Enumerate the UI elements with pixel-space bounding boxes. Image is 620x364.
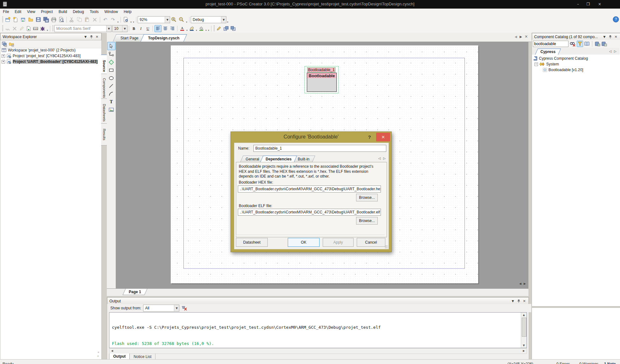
wire-label-icon[interactable] [4, 25, 11, 32]
font-name-combo[interactable]: Microsoft Sans Serif ▼ [54, 25, 112, 32]
format-painter-icon[interactable] [216, 25, 222, 32]
menu-build[interactable]: Build [56, 9, 70, 15]
align-center-icon[interactable] [162, 25, 169, 32]
status-errors[interactable]: 0 Errors [556, 362, 570, 364]
line-color-icon[interactable] [189, 25, 195, 32]
minimize-button[interactable]: – [574, 1, 582, 7]
collapse-folders-icon[interactable] [9, 41, 14, 47]
status-warnings[interactable]: 0 Warnings [579, 362, 598, 364]
ok-button[interactable]: OK [288, 238, 320, 247]
scroll-down-icon[interactable]: ▼ [521, 343, 527, 348]
pin-icon[interactable] [608, 35, 612, 39]
status-notes[interactable]: 1 Note [604, 362, 616, 364]
menu-debug[interactable]: Debug [70, 9, 87, 15]
debug-config-combo[interactable]: Debug ▼ [191, 16, 226, 23]
tab-scroll-left-icon[interactable]: ◁ [378, 157, 381, 160]
tab-scroll-right-icon[interactable]: ▷ [383, 157, 386, 160]
new-file-icon[interactable] [12, 16, 19, 23]
copy-icon[interactable] [76, 16, 83, 23]
toolbar-overflow-icon[interactable]: ▾ [227, 21, 228, 24]
component-body[interactable] [307, 78, 337, 92]
tab-datasheets[interactable]: Datasheets [101, 98, 107, 127]
tab-scroll-left-icon[interactable]: ◀ [515, 35, 517, 38]
menu-view[interactable]: View [24, 9, 38, 15]
tab-components[interactable]: Components [101, 74, 107, 102]
menu-project[interactable]: Project [38, 9, 56, 15]
output-filter-combo[interactable]: All ▼ [143, 305, 179, 312]
tree-item-bootloadable[interactable]: Bootloadable [v1.20] [532, 67, 620, 73]
open-book-icon[interactable] [584, 41, 590, 46]
tab-scroll-left-icon[interactable]: ◁ [609, 50, 612, 53]
chevron-down-icon[interactable]: ▼ [122, 25, 127, 32]
expand-all-icon[interactable] [595, 41, 600, 46]
component-catalog-titlebar[interactable]: Component Catalog (1 of 92 compo... ▼ × [532, 33, 620, 40]
splitter-arrow-icon[interactable]: ◃ [98, 351, 99, 354]
toolbar-overflow-icon[interactable]: ▾ [117, 21, 119, 24]
maximize-button[interactable]: ❐ [584, 1, 593, 7]
scroll-right-icon[interactable]: ▶ [521, 348, 527, 353]
open-icon[interactable] [27, 16, 34, 23]
bring-forward-icon[interactable] [223, 25, 229, 32]
filter-icon[interactable] [577, 41, 583, 47]
toolbar-overflow-icon[interactable]: ▾ [133, 21, 134, 24]
font-size-combo[interactable]: 10 ▼ [112, 25, 127, 32]
zoom-out-icon[interactable] [178, 16, 185, 23]
workspace-explorer-titlebar[interactable]: Workspace Explorer ▼ × [0, 33, 101, 40]
tree-item-project1[interactable]: + Project 'projet_test' [CY8C4125AXI-483… [0, 53, 101, 59]
add-doc-icon[interactable] [25, 25, 32, 32]
scrollbar-thumb[interactable] [522, 318, 527, 337]
name-input[interactable]: Bootloadable_1 [253, 145, 386, 152]
generate-dropdown-icon[interactable]: ▾ [130, 21, 132, 24]
output-titlebar[interactable]: Output ▼ × [107, 297, 529, 305]
chevron-down-icon[interactable]: ▼ [83, 35, 88, 39]
catalog-search-input[interactable] [533, 41, 568, 47]
chevron-down-icon[interactable]: ▼ [511, 299, 515, 303]
pin-icon[interactable] [516, 299, 521, 303]
menu-help[interactable]: Help [121, 9, 134, 15]
pin-icon[interactable] [89, 35, 93, 39]
cancel-button[interactable]: Cancel [357, 238, 385, 247]
browse-elf-button[interactable]: Browse... [356, 217, 378, 225]
wire-tool-icon[interactable] [107, 51, 115, 58]
fill-color-icon[interactable] [198, 25, 204, 32]
undo-icon[interactable]: ↶ [102, 16, 109, 23]
collapse-all-icon[interactable] [601, 41, 607, 46]
datasheet-button[interactable]: Datasheet [236, 238, 268, 247]
tab-dependencies[interactable]: Dependencies [260, 156, 297, 162]
chevron-down-icon[interactable]: ▼ [221, 17, 226, 23]
menu-file[interactable]: File [0, 9, 12, 15]
arc-tool-icon[interactable] [107, 90, 115, 98]
zoom-combo[interactable]: 92% ▼ [138, 16, 170, 23]
tree-item-workspace[interactable]: Workspace 'projet_test-000' (2 Projects) [0, 47, 101, 53]
menu-tools[interactable]: Tools [87, 9, 101, 15]
vertical-scrollbar[interactable]: ▲ ▼ [521, 313, 527, 348]
toolbar-overflow-icon[interactable]: ▾ [208, 29, 209, 33]
binary-chip-icon[interactable]: 0101 [32, 25, 39, 32]
ellipse-tool-icon[interactable] [107, 74, 115, 82]
scroll-up-icon[interactable]: ▲ [521, 313, 527, 317]
dialog-close-button[interactable]: × [376, 133, 390, 141]
bold-button[interactable]: B [131, 25, 137, 32]
clear-output-icon[interactable] [181, 305, 188, 311]
clear-search-icon[interactable] [569, 41, 576, 47]
expand-plus-icon[interactable]: + [2, 54, 5, 58]
expand-plus-icon[interactable]: + [2, 60, 5, 64]
chevron-down-icon[interactable]: ▼ [174, 305, 179, 311]
tab-scroll-right-icon[interactable]: ▷ [614, 50, 617, 53]
close-icon[interactable]: × [522, 299, 527, 303]
italic-button[interactable]: I [138, 25, 144, 32]
component-instance-label[interactable]: Bootloadable_1 [307, 67, 335, 72]
send-backward-icon[interactable] [230, 25, 236, 32]
tab-notice-list[interactable]: Notice List [130, 354, 155, 360]
print-icon[interactable] [50, 16, 57, 23]
splitter-arrow-icon[interactable]: ▹ [98, 354, 99, 357]
save-all-icon[interactable] [43, 16, 50, 23]
underline-button[interactable]: U [145, 25, 151, 32]
help-circle-icon[interactable]: ? [612, 16, 619, 24]
close-icon[interactable]: × [95, 35, 99, 39]
tree-item-system[interactable]: − System [532, 61, 620, 67]
chevron-down-icon[interactable]: ▾ [186, 29, 188, 33]
chevron-down-icon[interactable]: ▼ [106, 25, 111, 32]
tab-scroll-right-icon[interactable]: ▶ [520, 35, 522, 38]
elf-file-input[interactable]: ..\UART_Bootloader.cydsn\CortexM0\ARM_GC… [238, 209, 381, 216]
